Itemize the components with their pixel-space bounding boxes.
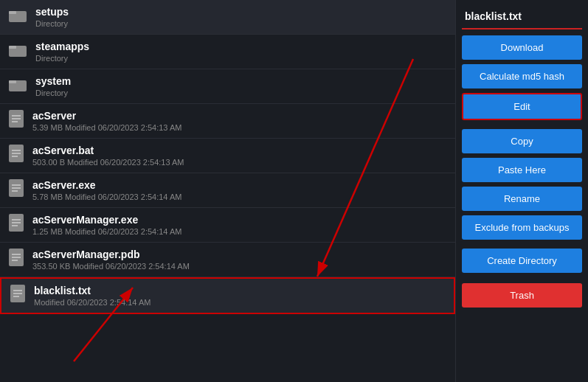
file-list-panel: setupsDirectorysteamappsDirectorysystemD… [0, 0, 455, 382]
file-meta: Directory [35, 54, 89, 63]
file-info: acServerManager.pdb353.50 KB Modified 06… [32, 249, 190, 271]
directory-icon [9, 77, 27, 96]
file-item[interactable]: acServer5.39 MB Modified 06/20/2023 2:54… [0, 104, 455, 139]
file-info: acServer.bat503.00 B Modified 06/20/2023… [32, 145, 184, 167]
file-item[interactable]: systemDirectory [0, 69, 455, 104]
file-icon [10, 285, 25, 307]
file-name: acServerManager.pdb [32, 249, 190, 260]
file-name: acServer.bat [32, 145, 184, 156]
file-info: systemDirectory [35, 75, 71, 97]
file-item[interactable]: blacklist.txtModified 06/20/2023 2:54:14… [0, 277, 455, 314]
svg-rect-5 [9, 80, 16, 83]
file-name: system [35, 75, 71, 87]
file-meta: 5.78 MB Modified 06/20/2023 2:54:14 AM [32, 192, 181, 201]
file-meta: Modified 06/20/2023 2:54:14 AM [34, 298, 151, 307]
file-item[interactable]: acServerManager.pdb353.50 KB Modified 06… [0, 243, 455, 277]
file-info: acServerManager.exe1.25 MB Modified 06/2… [32, 214, 181, 236]
file-meta: 1.25 MB Modified 06/20/2023 2:54:14 AM [32, 227, 181, 236]
svg-rect-1 [9, 11, 16, 14]
file-name: steamapps [35, 41, 89, 52]
directory-icon [9, 7, 27, 27]
file-meta: Directory [35, 88, 71, 97]
file-icon [9, 145, 24, 167]
file-icon [9, 110, 24, 132]
trash-button[interactable]: Trash [462, 283, 582, 308]
exclude-from-backups-button[interactable]: Exclude from backups [462, 215, 582, 240]
file-name: acServer [32, 110, 181, 122]
edit-button[interactable]: Edit [462, 93, 582, 120]
file-info: acServer.exe5.78 MB Modified 06/20/2023 … [32, 179, 181, 201]
file-item[interactable]: steamappsDirectory [0, 35, 455, 69]
calculate-md5-button[interactable]: Calculate md5 hash [462, 64, 582, 88]
rename-button[interactable]: Rename [462, 187, 582, 211]
file-meta: Directory [35, 19, 69, 28]
file-icon [9, 179, 24, 201]
file-info: steamappsDirectory [35, 41, 89, 63]
download-button[interactable]: Download [462, 35, 582, 60]
directory-icon [9, 42, 27, 61]
file-info: acServer5.39 MB Modified 06/20/2023 2:54… [32, 110, 181, 132]
file-name: acServerManager.exe [32, 214, 181, 226]
file-name: acServer.exe [32, 179, 181, 191]
file-meta: 503.00 B Modified 06/20/2023 2:54:13 AM [32, 158, 184, 167]
selected-filename: blacklist.txt [462, 7, 582, 29]
action-panel: blacklist.txt Download Calculate md5 has… [455, 0, 588, 382]
create-directory-button[interactable]: Create Directory [462, 249, 582, 273]
file-item[interactable]: acServerManager.exe1.25 MB Modified 06/2… [0, 208, 455, 243]
file-icon [9, 214, 24, 236]
svg-rect-3 [9, 46, 16, 49]
file-icon [9, 249, 24, 271]
file-name: blacklist.txt [34, 285, 151, 296]
file-item[interactable]: acServer.exe5.78 MB Modified 06/20/2023 … [0, 173, 455, 208]
paste-here-button[interactable]: Paste Here [462, 158, 582, 182]
copy-button[interactable]: Copy [462, 129, 582, 153]
file-item[interactable]: setupsDirectory [0, 0, 455, 35]
file-meta: 353.50 KB Modified 06/20/2023 2:54:14 AM [32, 262, 190, 271]
file-info: blacklist.txtModified 06/20/2023 2:54:14… [34, 285, 151, 307]
file-info: setupsDirectory [35, 6, 69, 28]
file-meta: 5.39 MB Modified 06/20/2023 2:54:13 AM [32, 123, 181, 132]
file-name: setups [35, 6, 69, 18]
file-item[interactable]: acServer.bat503.00 B Modified 06/20/2023… [0, 139, 455, 173]
